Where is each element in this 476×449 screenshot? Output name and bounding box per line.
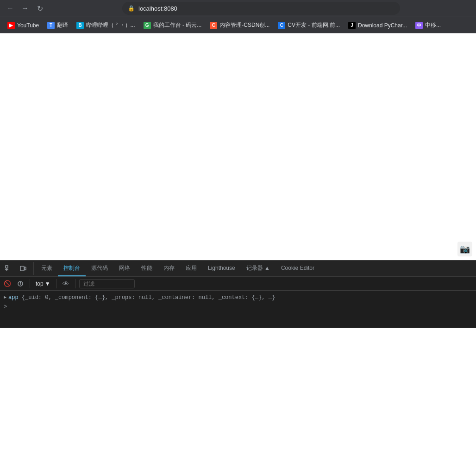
bookmarks-bar: ▶ YouTube T 翻译 B 哔哩哔哩（ ° ・）... G 我的工作台 -… [0,17,476,33]
context-arrow: ▼ [45,281,50,287]
back-button[interactable]: ← [4,2,17,15]
tab-recorder[interactable]: 记录器 ▲ [241,261,276,276]
console-log-line: ▶ app {_uid: 0, _component: {…}, _props:… [0,293,476,303]
bookmark-translate-label: 翻译 [57,21,68,29]
toolbar-separator [30,279,30,288]
tab-sources[interactable]: 源代码 [86,261,113,276]
bookmark-more-label: 中移... [425,21,441,29]
favicon-more: 中 [415,22,423,29]
inspect-element-button[interactable] [2,262,15,275]
bookmark-work[interactable]: G 我的工作台 - 码云... [140,19,206,31]
reload-button[interactable]: ↻ [33,2,46,15]
console-line-content: {_uid: 0, _component: {…}, _props: null,… [22,293,275,302]
context-label: top [36,281,44,287]
svg-rect-0 [6,266,8,268]
address-bar[interactable]: 🔒 localhost:8080 [122,2,400,15]
svg-point-7 [20,282,21,282]
tab-lighthouse[interactable]: Lighthouse [202,261,241,276]
lock-icon: 🔒 [128,5,135,12]
bookmark-youtube[interactable]: ▶ YouTube [4,20,43,31]
clear-console-button[interactable]: 🚫 [2,278,13,289]
toolbar-separator-3 [75,279,75,288]
console-content: ▶ app {_uid: 0, _component: {…}, _props:… [0,291,476,328]
tab-console[interactable]: 控制台 [58,261,86,276]
eye-button[interactable]: 👁 [60,278,71,289]
bookmark-more[interactable]: 中 中移... [412,19,445,31]
bookmark-work-label: 我的工作台 - 码云... [153,21,202,29]
bookmark-csdn-label: 内容管理-CSDN创... [219,21,269,29]
bookmark-bilibili-label: 哔哩哔哩（ ° ・）... [86,21,135,29]
bookmark-cv-label: CV开发 - 前端网,前... [288,21,340,29]
var-name: app [8,293,19,302]
forward-button[interactable]: → [19,2,31,15]
bookmark-translate[interactable]: T 翻译 [44,19,72,31]
devtools-icon-group [2,262,34,275]
console-toolbar: 🚫 top ▼ 👁 [0,277,476,291]
favicon-csdn: C [210,22,217,29]
devtools-toolbar: 元素 控制台 源代码 网络 性能 内存 应用 Lighthouse [0,261,476,277]
bookmark-youtube-label: YouTube [17,22,39,29]
filter-input[interactable] [79,279,135,288]
bookmark-pycharm[interactable]: J Download PyChar... [344,20,411,31]
bookmark-csdn[interactable]: C 内容管理-CSDN创... [206,19,273,31]
favicon-translate: T [47,22,55,29]
svg-rect-3 [20,266,24,271]
browser-chrome: ← → ↻ 🔒 localhost:8080 ▶ YouTube T 翻译 B … [0,0,476,33]
title-bar: ← → ↻ 🔒 localhost:8080 [0,0,476,17]
tab-memory[interactable]: 内存 [158,261,180,276]
space [19,293,22,302]
tab-performance[interactable]: 性能 [136,261,158,276]
bookmark-pycharm-label: Download PyChar... [358,22,407,29]
favicon-work: G [144,22,151,29]
devtools-tabs: 元素 控制台 源代码 网络 性能 内存 应用 Lighthouse [36,261,474,276]
favicon-pycharm: J [348,22,356,29]
devtools-panel: 元素 控制台 源代码 网络 性能 内存 应用 Lighthouse [0,260,476,328]
messages-toggle[interactable] [15,278,26,289]
prompt-symbol: > [4,304,7,310]
expand-arrow[interactable]: ▶ [4,293,6,302]
nav-buttons: ← → ↻ [4,2,46,15]
favicon-youtube: ▶ [7,22,15,29]
toolbar-separator-2 [56,279,56,288]
address-text: localhost:8080 [138,5,177,12]
tab-application[interactable]: 应用 [180,261,202,276]
console-prompt-line[interactable]: > [0,303,476,311]
svg-rect-4 [25,267,26,270]
favicon-cv: C [278,22,285,29]
bookmark-cv[interactable]: C CV开发 - 前端网,前... [274,19,344,31]
context-selector[interactable]: top ▼ [34,280,52,288]
tab-cookie-editor[interactable]: Cookie Editor [276,261,320,276]
bookmark-bilibili[interactable]: B 哔哩哔哩（ ° ・）... [73,19,138,31]
tab-elements[interactable]: 元素 [36,261,58,276]
screenshot-icon: 📷 [457,242,472,256]
favicon-bilibili: B [76,22,84,29]
device-toolbar-button[interactable] [17,262,30,275]
page-content: 📷 [0,33,476,260]
tab-network[interactable]: 网络 [113,261,136,276]
